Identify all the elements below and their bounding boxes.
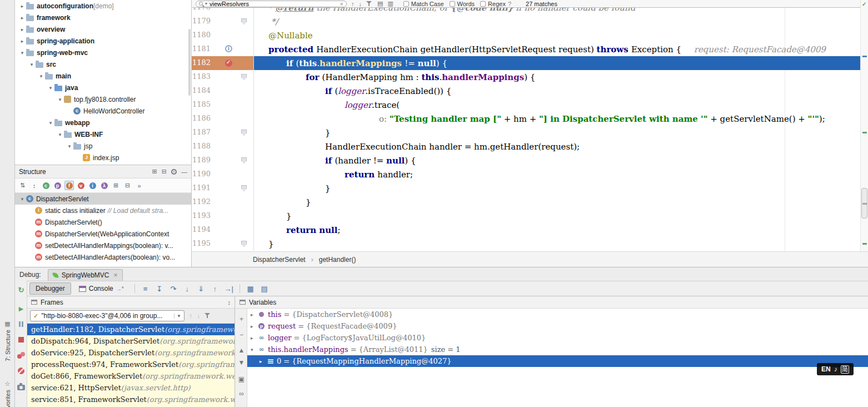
project-item[interactable]: cHelloWorldController <box>15 105 191 117</box>
step-over-icon[interactable]: ↷ <box>167 283 179 294</box>
ime-indicator[interactable]: EN ♪ 简 <box>817 363 854 375</box>
stack-frame[interactable]: getHandler:1182, DispatcherServlet (org.… <box>27 324 235 335</box>
code-line[interactable]: 1195} <box>192 237 860 251</box>
expanded-arrow-icon[interactable]: ▾ <box>47 85 54 91</box>
code-line[interactable]: 1184if (logger.isTraceEnabled()) { <box>192 84 860 98</box>
editor-gutter[interactable]: 1189 <box>192 153 254 167</box>
stripe-mark[interactable] <box>862 243 867 245</box>
expand-all-icon[interactable]: ⊞ <box>152 168 157 175</box>
stripe-mark[interactable] <box>862 56 867 57</box>
code-line[interactable]: 1179 */ <box>192 14 860 28</box>
editor-gutter[interactable]: 1184 <box>192 84 254 98</box>
stack-frame[interactable]: service:851, FrameworkServlet (org.sprin… <box>27 394 235 405</box>
stack-frame[interactable]: doDispatch:964, DispatcherServlet (org.s… <box>27 335 235 347</box>
frames-menu-icon[interactable]: ↕ <box>228 299 231 306</box>
remove-watch-icon[interactable]: − <box>236 331 247 339</box>
inspection-status-icon[interactable]: ✓ <box>862 1 866 7</box>
collapsed-arrow-icon[interactable]: ▸ <box>18 27 26 32</box>
structure-item[interactable]: istatic class initializer // Load defaul… <box>15 205 191 216</box>
thread-dump-icon[interactable] <box>17 382 26 391</box>
code-line[interactable]: 1194return null; <box>192 223 860 237</box>
evaluate-expression-icon[interactable]: ▦ <box>245 283 257 294</box>
editor-gutter[interactable]: 1193 <box>192 209 254 223</box>
expanded-arrow-icon[interactable]: ▾ <box>56 97 64 102</box>
tab-debugger[interactable]: Debugger <box>29 282 71 295</box>
code-line[interactable]: 1186o: "Testing handler map [" + hm + "]… <box>192 112 860 126</box>
code-line[interactable]: 1190return handler; <box>192 167 860 181</box>
tab-console[interactable]: Console→* <box>73 282 130 295</box>
code-line[interactable]: 1189if (handler != null) { <box>192 153 860 167</box>
editor-gutter[interactable]: 1188 <box>192 140 254 153</box>
editor-gutter[interactable]: 1185 <box>192 98 254 112</box>
variable-row[interactable]: ▸0={RequestMappingHandlerMapping@4027} <box>247 355 868 367</box>
project-item[interactable]: ▾src <box>15 58 191 70</box>
mute-breakpoints-icon[interactable] <box>17 366 26 375</box>
code-line[interactable]: 1192} <box>192 195 860 209</box>
checkbox-icon[interactable] <box>450 1 455 7</box>
move-up-icon[interactable]: ▲ <box>236 346 247 354</box>
find-option-words[interactable]: Words <box>450 1 475 7</box>
code-line[interactable]: 1193} <box>192 209 860 223</box>
structure-item[interactable]: mDispatcherServlet(WebApplicationContext <box>15 228 191 240</box>
variable-row[interactable]: ▸∞logger={LogFactory$JavaUtilLog@4010} <box>247 332 868 344</box>
pause-icon[interactable] <box>17 320 26 329</box>
variable-row[interactable]: ▾∞this.handlerMappings={ArrayList@4011}s… <box>247 344 868 355</box>
add-watch-icon[interactable]: + <box>236 315 247 323</box>
project-item[interactable]: ▾WEB-INF <box>15 128 191 140</box>
editor-gutter[interactable]: 1183 <box>192 70 254 84</box>
structure-item[interactable]: msetDetectAllHandlerAdapters(boolean): v… <box>15 251 191 263</box>
collapse-all-icon[interactable]: ⊟ <box>162 168 167 175</box>
expanded-arrow-icon[interactable]: ▾ <box>18 50 26 56</box>
editor-gutter[interactable]: 1195 <box>192 237 254 251</box>
code-line[interactable]: 1183for (HandlerMapping hm : this.handle… <box>192 70 860 84</box>
stack-frame[interactable]: doService:925, DispatcherServlet (org.sp… <box>27 347 235 359</box>
project-item[interactable]: ▸framework <box>15 12 191 23</box>
editor-gutter[interactable]: 1194 <box>192 223 254 237</box>
expanded-arrow-icon[interactable]: ▾ <box>66 143 73 149</box>
collapsed-arrow-icon[interactable]: ▸ <box>260 359 267 364</box>
structure-item[interactable]: msetDetectAllHandlerMappings(boolean): v… <box>15 240 191 251</box>
collapsed-arrow-icon[interactable]: ▸ <box>18 15 26 21</box>
variable-row[interactable]: ▸this={DispatcherServlet@4008} <box>247 309 868 320</box>
project-item[interactable]: ▾main <box>15 70 191 82</box>
rerun-icon[interactable]: ↻ <box>17 285 26 294</box>
expanded-arrow-icon[interactable]: ▾ <box>18 196 26 202</box>
stack-frame[interactable]: doGet:866, FrameworkServlet (org.springf… <box>27 370 235 382</box>
step-out-icon[interactable]: ↑ <box>209 283 221 294</box>
collapsed-arrow-icon[interactable]: ▸ <box>251 335 258 341</box>
resume-icon[interactable]: ▶ <box>17 304 26 313</box>
regex-help-icon[interactable]: ? <box>508 1 511 7</box>
project-item[interactable]: ▾top.fjy8018.controller <box>15 93 191 105</box>
project-item[interactable]: ▾webapp <box>15 117 191 128</box>
show-inherited-icon[interactable]: i <box>88 181 97 190</box>
scrollbar-thumb[interactable] <box>861 188 867 219</box>
project-item[interactable]: ▸spring-application <box>15 35 191 47</box>
project-item[interactable]: ▸overview <box>15 23 191 35</box>
breakpoint-icon[interactable] <box>225 59 232 67</box>
collapsed-arrow-icon[interactable]: ▸ <box>18 38 26 44</box>
collapse-all-icon[interactable]: ⊟ <box>123 181 132 190</box>
collapsed-arrow-icon[interactable]: ▸ <box>251 312 258 317</box>
frame-next-icon[interactable]: ↓ <box>197 312 200 320</box>
show-properties-icon[interactable]: p <box>53 181 62 190</box>
editor-gutter[interactable]: 1191 <box>192 181 254 195</box>
show-fields-icon[interactable]: f <box>64 181 74 190</box>
project-item[interactable]: Jindex.jsp <box>15 152 191 163</box>
step-into-icon[interactable]: ↓ <box>181 283 193 294</box>
code-line[interactable]: 1185logger.trace( <box>192 98 860 112</box>
stack-frame[interactable]: processRequest:974, FrameworkServlet (or… <box>27 359 235 370</box>
structure-item[interactable]: ▾cDispatcherServlet <box>15 193 191 205</box>
force-step-into-icon[interactable]: ⇓ <box>195 283 207 294</box>
show-variables-icon[interactable]: v <box>76 181 86 190</box>
highlight-results-icon[interactable]: ▥ <box>387 0 393 7</box>
restore-layout-icon[interactable]: ≡ <box>139 283 152 294</box>
find-option-match-case[interactable]: Match Case <box>403 1 444 7</box>
more-icon[interactable]: » <box>134 181 144 190</box>
prev-occurrence-icon[interactable]: ↑ <box>351 1 355 7</box>
search-input[interactable] <box>209 1 338 7</box>
code-line[interactable]: 1182if (this.handlerMappings != null) { <box>192 56 860 70</box>
clear-search-icon[interactable]: × <box>340 1 343 7</box>
expanded-arrow-icon[interactable]: ▾ <box>37 73 45 79</box>
show-classes-icon[interactable]: c <box>41 181 51 190</box>
show-execution-point-icon[interactable]: ↧ <box>153 283 166 294</box>
